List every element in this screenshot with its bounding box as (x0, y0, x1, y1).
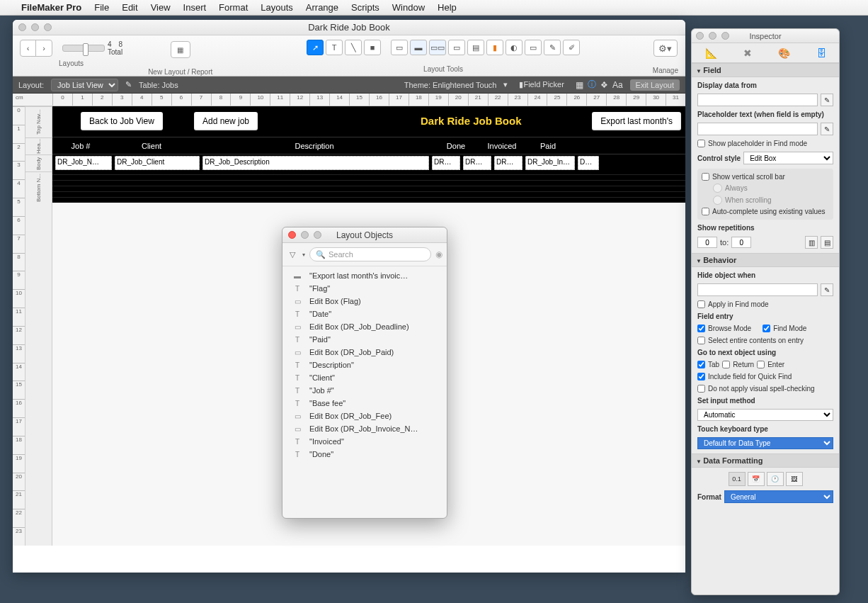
pointer-tool[interactable]: ➚ (307, 40, 324, 55)
show-placeholder-check[interactable]: Show placeholder in Find mode (697, 140, 833, 147)
object-item[interactable]: T"Done" (282, 448, 447, 461)
menu-file[interactable]: File (94, 2, 109, 13)
browse-check[interactable]: Browse Mode (697, 325, 751, 332)
back-button[interactable]: Back to Job View (81, 112, 163, 130)
format-number-icon[interactable]: 0.1 (729, 472, 746, 486)
menu-layouts[interactable]: Layouts (261, 2, 293, 13)
object-item[interactable]: ▭Edit Box (DR_Job_Fee) (282, 410, 447, 422)
tab-styles-icon[interactable]: ✖ (743, 47, 752, 59)
field-picker-button[interactable]: ▮Field Picker (515, 79, 568, 91)
theme-caret-icon[interactable]: ▾ (503, 80, 508, 89)
rep-to-input[interactable] (731, 237, 751, 248)
object-item[interactable]: ▭Edit Box (DR_Job_Deadline) (282, 320, 447, 333)
section-data-formatting[interactable]: Data Formatting (692, 453, 839, 468)
exit-layout-button[interactable]: Exit Layout (630, 79, 680, 91)
object-item[interactable]: T"Flag" (282, 282, 447, 295)
rep-orient-v-icon[interactable]: ▥ (805, 236, 818, 249)
visibility-toggle-icon[interactable]: ◉ (435, 249, 442, 259)
format-date-icon[interactable]: 📅 (748, 472, 765, 486)
layers-icon[interactable]: ❖ (600, 80, 608, 90)
object-item[interactable]: T"Base fee" (282, 397, 447, 410)
chart-tool[interactable]: ▮ (486, 40, 503, 55)
menu-format[interactable]: Format (219, 2, 248, 13)
eyedropper-tool[interactable]: ✐ (563, 40, 580, 55)
section-behavior[interactable]: Behavior (692, 253, 839, 267)
apply-find-check[interactable]: Apply in Find mode (697, 300, 833, 308)
object-item[interactable]: T"Paid" (282, 333, 447, 346)
theme-label[interactable]: Theme: Enlightened Touch (404, 81, 497, 89)
menu-scripts[interactable]: Scripts (351, 2, 379, 13)
field-description[interactable]: DR_Job_Description (202, 156, 429, 170)
buttonbar-tool[interactable]: ▭▭ (429, 40, 446, 55)
part-tool[interactable]: ▭ (525, 40, 542, 55)
section-field[interactable]: Field (692, 63, 839, 77)
new-layout-button[interactable]: ▦ (171, 41, 190, 58)
grid-icon[interactable]: ▦ (576, 80, 583, 90)
app-name[interactable]: FileMaker Pro (21, 2, 81, 13)
nav-arrows[interactable]: ‹› (20, 40, 52, 57)
menu-window[interactable]: Window (392, 2, 425, 13)
tab-tool[interactable]: ▭ (448, 40, 465, 55)
field-tool[interactable]: ▭ (391, 40, 408, 55)
pencil-icon[interactable]: ✎ (125, 80, 132, 89)
tab-position-icon[interactable]: 📐 (705, 47, 717, 59)
spell-check[interactable]: Do not apply visual spell-checking (697, 385, 833, 393)
find-check[interactable]: Find Mode (763, 325, 806, 332)
field-done[interactable]: DR… (432, 156, 460, 170)
object-item[interactable]: T"Date" (282, 308, 447, 320)
scroll-check[interactable]: Show vertical scroll bar (702, 173, 829, 181)
object-item[interactable]: ▭Edit Box (DR_Job_Invoice_N… (282, 422, 447, 435)
touch-select[interactable]: Default for Data Type (697, 437, 833, 449)
menu-arrange[interactable]: Arrange (306, 2, 338, 13)
info-icon[interactable]: ⓘ (588, 79, 596, 91)
menu-help[interactable]: Help (438, 2, 457, 13)
format-painter-tool[interactable]: ✎ (544, 40, 561, 55)
add-job-button[interactable]: Add new job (194, 112, 258, 130)
autocomplete-check[interactable]: Auto-complete using existing values (702, 208, 829, 215)
control-style-select[interactable]: Edit Box (743, 152, 833, 164)
menu-edit[interactable]: Edit (122, 2, 137, 13)
layout-select[interactable]: Job List View (51, 79, 118, 91)
rep-orient-h-icon[interactable]: ▤ (821, 236, 833, 249)
manage-button[interactable]: ⚙▾ (653, 40, 678, 57)
return-check[interactable]: Return (722, 361, 754, 368)
webviewer-tool[interactable]: ◐ (506, 40, 522, 55)
format-graphic-icon[interactable]: 🖼 (786, 472, 803, 486)
aa-icon[interactable]: Aa (612, 80, 623, 90)
format-time-icon[interactable]: 🕐 (767, 472, 784, 486)
object-item[interactable]: ▭Edit Box (Flag) (282, 295, 447, 308)
menu-insert[interactable]: Insert (183, 2, 207, 13)
display-input[interactable] (697, 94, 818, 106)
hide-pencil-icon[interactable]: ✎ (821, 283, 833, 296)
filter-icon[interactable]: ▽ (287, 249, 298, 261)
rect-tool[interactable]: ■ (364, 40, 381, 55)
portal-tool[interactable]: ▤ (467, 40, 484, 55)
tab-appearance-icon[interactable]: 🎨 (778, 47, 790, 59)
object-item[interactable]: T"Invoiced" (282, 435, 447, 448)
field-invoiced[interactable]: DR… (463, 156, 491, 170)
field-job-num[interactable]: DR_Job_N… (55, 156, 112, 170)
select-entire-check[interactable]: Select entire contents on entry (697, 337, 833, 344)
object-item[interactable]: ▭Edit Box (DR_Job_Paid) (282, 346, 447, 359)
tab-check[interactable]: Tab (697, 361, 719, 368)
menu-view[interactable]: View (151, 2, 171, 13)
export-button[interactable]: Export last month's (592, 112, 681, 130)
format-select[interactable]: General (724, 490, 833, 503)
object-item[interactable]: ▬"Export last month's invoic… (282, 269, 447, 282)
quickfind-check[interactable]: Include field for Quick Find (697, 373, 833, 381)
record-slider[interactable] (62, 45, 105, 52)
field-client[interactable]: DR_Job_Client (115, 156, 200, 170)
field-extra[interactable]: D… (578, 156, 599, 170)
enter-check[interactable]: Enter (757, 361, 784, 368)
object-item[interactable]: T"Job #" (282, 384, 447, 397)
field-invoice[interactable]: DR_Job_In… (525, 156, 575, 170)
object-item[interactable]: T"Description" (282, 359, 447, 371)
tab-data-icon[interactable]: 🗄 (816, 47, 826, 59)
object-item[interactable]: T"Client" (282, 371, 447, 384)
text-tool[interactable]: T (326, 40, 343, 55)
search-input[interactable]: 🔍 Search (309, 247, 431, 261)
input-method-select[interactable]: Automatic (697, 409, 833, 421)
line-tool[interactable]: ╲ (345, 40, 362, 55)
placeholder-pencil-icon[interactable]: ✎ (821, 123, 833, 135)
display-pencil-icon[interactable]: ✎ (821, 94, 833, 106)
